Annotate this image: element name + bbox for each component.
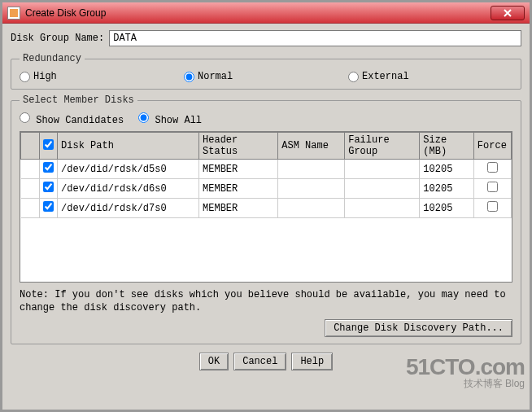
col-blank	[21, 133, 40, 160]
row-select[interactable]	[39, 199, 58, 218]
change-discovery-path-button[interactable]: Change Disk Discovery Path...	[325, 319, 512, 337]
redundancy-normal-label: Normal	[198, 71, 233, 82]
app-icon	[7, 7, 20, 20]
cell-header-status: MEMBER	[199, 199, 278, 218]
row-select[interactable]	[39, 160, 58, 179]
table-row[interactable]: /dev/did/rdsk/d6s0MEMBER10205	[21, 179, 512, 199]
redundancy-legend: Redundancy	[20, 53, 85, 64]
cancel-button[interactable]: Cancel	[233, 353, 286, 370]
show-all[interactable]: Show All	[138, 112, 202, 126]
row-blank	[21, 179, 40, 199]
show-candidates-radio[interactable]	[20, 112, 30, 123]
window-title: Create Disk Group	[25, 7, 106, 19]
table-row[interactable]: /dev/did/rdsk/d7s0MEMBER10205	[21, 199, 512, 218]
redundancy-external-radio[interactable]	[348, 72, 359, 82]
redundancy-high-label: High	[33, 71, 57, 82]
cell-failure-group	[345, 160, 420, 179]
member-disks-legend: Select Member Disks	[20, 94, 137, 106]
discovery-note: Note: If you don't see disks which you b…	[20, 289, 512, 314]
redundancy-normal-radio[interactable]	[184, 72, 194, 82]
cell-failure-group	[345, 179, 420, 199]
col-force[interactable]: Force	[473, 133, 511, 160]
disks-table-container: Disk Path Header Status ASM Name Failure…	[20, 131, 512, 283]
show-all-radio[interactable]	[138, 112, 149, 123]
close-button[interactable]	[491, 6, 525, 20]
svg-rect-0	[10, 9, 18, 17]
member-disks-group: Select Member Disks Show Candidates Show…	[11, 94, 521, 344]
titlebar: Create Disk Group	[2, 2, 530, 24]
cell-asm-name	[278, 160, 345, 179]
cell-header-status: MEMBER	[199, 179, 278, 199]
row-blank	[21, 160, 40, 179]
cell-force[interactable]	[473, 160, 511, 179]
row-blank	[21, 199, 40, 218]
col-header-status[interactable]: Header Status	[199, 133, 278, 160]
ok-button[interactable]: OK	[199, 353, 229, 370]
disk-group-name-input[interactable]	[109, 30, 521, 46]
col-disk-path[interactable]: Disk Path	[58, 133, 199, 160]
row-checkbox[interactable]	[43, 182, 54, 192]
row-select[interactable]	[39, 179, 58, 199]
disks-table: Disk Path Header Status ASM Name Failure…	[20, 132, 512, 218]
col-size-mb[interactable]: Size (MB)	[420, 133, 474, 160]
table-row[interactable]: /dev/did/rdsk/d5s0MEMBER10205	[21, 160, 512, 179]
show-all-label: Show All	[155, 115, 202, 126]
col-asm-name[interactable]: ASM Name	[278, 133, 345, 160]
close-icon	[504, 9, 512, 17]
cell-force[interactable]	[473, 179, 511, 199]
cell-size-mb: 10205	[420, 160, 474, 179]
redundancy-high[interactable]: High	[20, 71, 184, 82]
cell-size-mb: 10205	[420, 179, 474, 199]
show-candidates-label: Show Candidates	[36, 115, 124, 126]
force-checkbox[interactable]	[487, 182, 498, 192]
cell-asm-name	[278, 199, 345, 218]
cell-failure-group	[345, 199, 420, 218]
cell-force[interactable]	[473, 199, 511, 218]
select-all-checkbox[interactable]	[43, 139, 54, 150]
disk-group-name-label: Disk Group Name:	[11, 33, 104, 44]
redundancy-external[interactable]: External	[348, 71, 512, 82]
col-failure-group[interactable]: Failure Group	[345, 133, 420, 160]
redundancy-high-radio[interactable]	[20, 72, 30, 82]
row-checkbox[interactable]	[43, 162, 54, 173]
row-checkbox[interactable]	[43, 201, 54, 212]
redundancy-external-label: External	[362, 71, 409, 82]
watermark-small: 技术博客 Blog	[406, 379, 525, 388]
cell-disk-path: /dev/did/rdsk/d5s0	[58, 160, 199, 179]
cell-size-mb: 10205	[420, 199, 474, 218]
show-candidates[interactable]: Show Candidates	[20, 112, 124, 126]
cell-header-status: MEMBER	[199, 160, 278, 179]
cell-asm-name	[278, 179, 345, 199]
help-button[interactable]: Help	[291, 353, 333, 370]
redundancy-normal[interactable]: Normal	[184, 71, 348, 82]
cell-disk-path: /dev/did/rdsk/d7s0	[58, 199, 199, 218]
redundancy-group: Redundancy High Normal External	[11, 53, 521, 90]
col-select-all[interactable]	[39, 133, 58, 160]
force-checkbox[interactable]	[487, 162, 498, 173]
cell-disk-path: /dev/did/rdsk/d6s0	[58, 179, 199, 199]
force-checkbox[interactable]	[487, 201, 498, 212]
